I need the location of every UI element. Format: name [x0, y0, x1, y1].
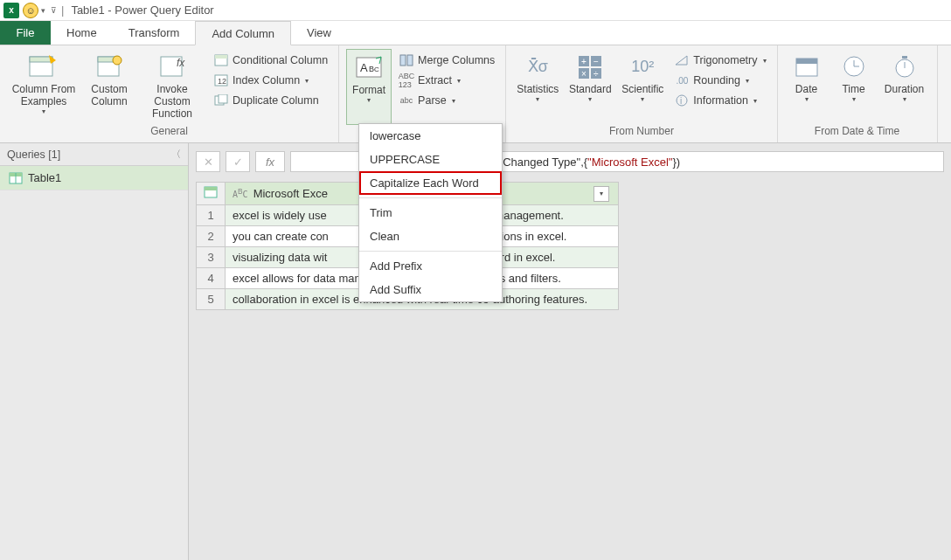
formula-accept-button[interactable]: ✓: [226, 151, 250, 172]
statistics-label: Statistics: [517, 83, 559, 95]
standard-icon: +−×÷: [573, 52, 607, 81]
duplicate-column-icon: [213, 93, 229, 107]
row-number[interactable]: 3: [197, 247, 226, 268]
title-separator: |: [61, 3, 64, 17]
date-button[interactable]: Date ▾: [785, 49, 829, 125]
chevron-down-icon: ▾: [536, 95, 539, 103]
merge-columns-icon: [399, 53, 414, 67]
parse-icon: abc: [399, 93, 414, 107]
conditional-column-button[interactable]: Conditional Column: [210, 52, 331, 69]
duration-button[interactable]: Duration ▾: [879, 49, 930, 125]
chevron-down-icon: ▾: [367, 96, 371, 104]
index-column-button[interactable]: 12 Index Column ▾: [210, 72, 331, 89]
chevron-down-icon: ▾: [457, 77, 461, 85]
data-grid-wrap: ABC Microsoft Exce ▾ 1excel is widely us…: [196, 182, 944, 310]
menu-separator: [359, 197, 502, 198]
statistics-icon: X̄σ: [520, 52, 555, 81]
queries-pane: Queries [1] 〈 Table1: [0, 143, 189, 560]
column-filter-dropdown[interactable]: ▾: [594, 186, 609, 202]
invoke-custom-function-icon: fx: [155, 52, 190, 81]
chevron-down-icon: ▾: [452, 97, 455, 105]
menu-lowercase[interactable]: lowercase: [359, 124, 502, 148]
menu-add-suffix[interactable]: Add Suffix: [359, 278, 502, 301]
group-general-label: General: [7, 125, 331, 141]
group-general: Column From Examples ▾ Custom Column fx …: [0, 45, 339, 142]
tab-file[interactable]: File: [0, 21, 51, 45]
group-from-number-label: From Number: [513, 125, 769, 141]
chevron-down-icon: ▾: [763, 57, 767, 65]
svg-rect-30: [796, 59, 817, 64]
smiley-icon[interactable]: ☺: [23, 3, 38, 18]
date-icon: [789, 52, 824, 81]
menu-clean[interactable]: Clean: [359, 225, 502, 248]
standard-label: Standard: [569, 83, 612, 95]
index-column-label: Index Column: [233, 74, 300, 86]
extract-button[interactable]: ABC123 Extract ▾: [395, 72, 498, 89]
format-label: Format: [352, 84, 385, 96]
tab-view[interactable]: View: [291, 21, 347, 45]
title-bar: x ☺ ▾ ⊽ | Table1 - Power Query Editor: [0, 0, 951, 21]
rounding-icon: .00: [674, 73, 690, 87]
chevron-down-icon: ▾: [588, 95, 592, 103]
window-title: Table1 - Power Query Editor: [71, 3, 213, 17]
duration-label: Duration: [885, 83, 924, 95]
merge-columns-label: Merge Columns: [418, 54, 495, 66]
chevron-down-icon: ▾: [641, 95, 644, 103]
trigonometry-icon: [674, 53, 690, 67]
trigonometry-button[interactable]: Trigonometry ▾: [670, 52, 769, 69]
format-button[interactable]: ABC Format ▾: [346, 49, 392, 125]
row-number[interactable]: 2: [197, 226, 226, 247]
chevron-down-icon: ▾: [805, 95, 809, 103]
chevron-down-icon: ▾: [746, 77, 749, 85]
qat-overflow-icon[interactable]: ⊽: [51, 6, 57, 15]
duration-icon: [887, 52, 922, 81]
merge-columns-button[interactable]: Merge Columns: [395, 52, 498, 69]
duplicate-column-button[interactable]: Duplicate Column: [210, 92, 331, 109]
column-header-label: Microsoft Exce: [253, 187, 328, 200]
grid-corner[interactable]: [197, 183, 226, 205]
menu-trim[interactable]: Trim: [359, 201, 502, 225]
group-from-datetime-label: From Date & Time: [785, 125, 930, 141]
invoke-custom-function-button[interactable]: fx Invoke Custom Function: [138, 49, 206, 125]
tab-add-column[interactable]: Add Column: [195, 21, 291, 45]
date-label: Date: [795, 83, 817, 95]
conditional-column-label: Conditional Column: [233, 54, 328, 66]
row-number[interactable]: 5: [197, 289, 226, 310]
svg-text:C: C: [374, 66, 379, 73]
chevron-left-icon[interactable]: 〈: [171, 148, 181, 161]
row-number[interactable]: 4: [197, 268, 226, 289]
row-number[interactable]: 1: [197, 205, 226, 226]
chevron-down-icon: ▾: [903, 95, 906, 103]
menu-separator: [359, 251, 502, 252]
statistics-button[interactable]: X̄σ Statistics ▾: [513, 49, 562, 125]
menu-capitalize-each-word[interactable]: Capitalize Each Word: [359, 171, 502, 195]
time-button[interactable]: Time ▾: [832, 49, 876, 125]
extract-icon: ABC123: [399, 73, 414, 87]
rounding-button[interactable]: .00 Rounding ▾: [670, 72, 769, 89]
svg-rect-17: [400, 55, 406, 66]
standard-button[interactable]: +−×÷ Standard ▾: [566, 49, 614, 125]
query-item-table1[interactable]: Table1: [0, 166, 188, 190]
svg-rect-8: [215, 55, 227, 59]
table-icon: [204, 186, 218, 198]
column-from-examples-button[interactable]: Column From Examples ▾: [7, 49, 80, 125]
format-dropdown-menu: lowercase UPPERCASE Capitalize Each Word…: [358, 123, 503, 302]
custom-column-button[interactable]: Custom Column: [84, 49, 135, 125]
menu-add-prefix[interactable]: Add Prefix: [359, 254, 502, 278]
fx-button[interactable]: fx: [255, 151, 285, 172]
information-button[interactable]: i Information ▾: [670, 92, 769, 109]
group-from-datetime: Date ▾ Time ▾ Duration ▾ From Date & Tim…: [778, 45, 938, 142]
svg-text:÷: ÷: [594, 69, 599, 79]
queries-header[interactable]: Queries [1] 〈: [0, 143, 188, 166]
scientific-button[interactable]: 10² Scientific ▾: [618, 49, 667, 125]
column-from-examples-label: Column From Examples: [7, 83, 80, 107]
tab-transform[interactable]: Transform: [113, 21, 196, 45]
svg-rect-12: [219, 94, 227, 103]
parse-button[interactable]: abc Parse ▾: [395, 92, 498, 109]
menu-uppercase[interactable]: UPPERCASE: [359, 148, 502, 171]
chevron-down-icon: ▾: [305, 77, 309, 85]
index-column-icon: 12: [213, 73, 229, 87]
qat-dropdown-icon[interactable]: ▾: [41, 6, 45, 15]
formula-cancel-button[interactable]: ✕: [196, 151, 220, 172]
tab-home[interactable]: Home: [51, 21, 113, 45]
